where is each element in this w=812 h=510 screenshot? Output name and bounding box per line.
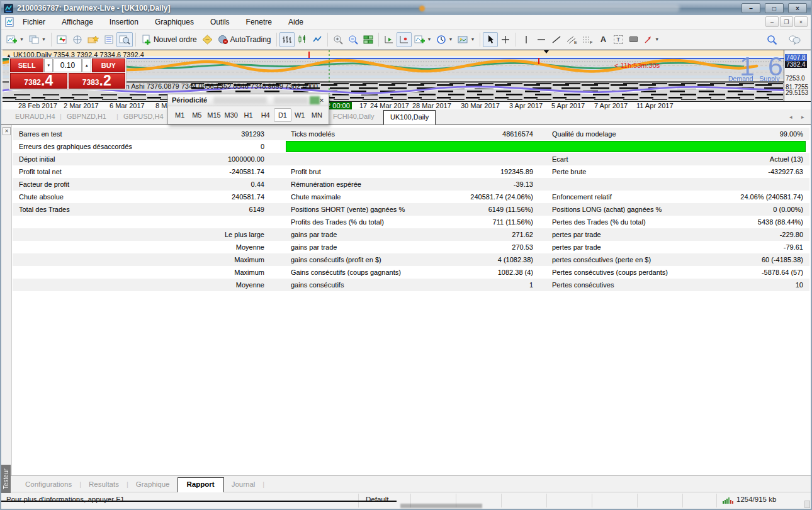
tester-tab-graphique[interactable]: Graphique: [128, 477, 178, 492]
report-value: 271.62: [327, 228, 533, 241]
menu-fichier[interactable]: Fichier: [14, 16, 54, 28]
buy-button[interactable]: BUY: [92, 58, 125, 72]
close-button[interactable]: ×: [788, 3, 807, 13]
chart-shift-button[interactable]: [381, 32, 397, 47]
sell-price[interactable]: 7382.4: [10, 73, 67, 89]
history-center-button[interactable]: [85, 32, 101, 47]
text-label-tool-button[interactable]: T: [611, 32, 626, 47]
shapes-tool-button[interactable]: [626, 32, 641, 47]
strategy-tester-button[interactable]: [116, 32, 133, 47]
menu-aide[interactable]: Aide: [280, 16, 312, 28]
redacted-watermark: [422, 4, 680, 12]
equidistant-channel-tool-button[interactable]: E: [564, 32, 580, 47]
vertical-line-tool-button[interactable]: [519, 32, 534, 47]
crosshair-tool-button[interactable]: [498, 32, 513, 47]
period-w1[interactable]: W1: [291, 108, 308, 122]
tester-tab-configurations[interactable]: Configurations: [18, 477, 79, 492]
sell-button[interactable]: SELL: [10, 58, 43, 72]
periods-button[interactable]: ▼: [434, 32, 455, 47]
navigator-button[interactable]: [70, 32, 85, 47]
periodicity-dialog[interactable]: Périodicité ✕ M1M5M15M30H1H4D1W1MN: [167, 94, 329, 125]
indicators-button[interactable]: ▼: [412, 32, 434, 47]
buy-price-int: 7383: [82, 79, 99, 87]
volume-input[interactable]: [54, 58, 82, 72]
child-restore-button[interactable]: ❐: [780, 16, 793, 27]
autotrading-button[interactable]: AutoTrading: [215, 32, 274, 47]
auto-scroll-button[interactable]: [397, 32, 412, 47]
menu-graphiques[interactable]: Graphiques: [147, 16, 202, 28]
chart-doc-icon[interactable]: [4, 17, 14, 27]
time-axis-label: 11 Apr 2017: [636, 102, 674, 109]
tile-windows-button[interactable]: [361, 32, 376, 47]
tabs-scroll-right-icon[interactable]: ▸: [801, 114, 804, 120]
resize-grip[interactable]: [804, 501, 810, 508]
child-minimize-button[interactable]: –: [765, 16, 779, 27]
period-h1[interactable]: H1: [240, 108, 257, 122]
text-label-box-icon: T: [614, 35, 623, 44]
toolbar-separator: [135, 33, 136, 47]
report-value: 1: [327, 279, 533, 291]
volume-down-button[interactable]: ▼: [44, 58, 53, 72]
tester-panel-close-icon[interactable]: ✕: [3, 127, 11, 135]
buy-price[interactable]: 7383.2: [69, 73, 126, 89]
trendline-tool-button[interactable]: [549, 32, 564, 47]
tester-report-panel: ✕ Barres en test391293Ticks modelés48616…: [1, 125, 811, 475]
metaeditor-button[interactable]: [200, 32, 215, 47]
zoom-in-button[interactable]: [330, 32, 346, 47]
report-value: 0 (0.00%): [595, 203, 803, 216]
period-m30[interactable]: M30: [223, 108, 240, 122]
candlestick-mode-button[interactable]: [295, 32, 310, 47]
periodicity-title-bar[interactable]: Périodicité ✕: [168, 94, 329, 106]
new-chart-button[interactable]: ▼: [4, 32, 26, 47]
period-m1[interactable]: M1: [171, 108, 188, 122]
redacted-watermark-dot: [419, 6, 425, 11]
period-d1[interactable]: D1: [274, 108, 291, 122]
search-button[interactable]: [764, 32, 780, 47]
maximize-button[interactable]: □: [765, 3, 784, 13]
horizontal-line-tool-button[interactable]: [534, 32, 549, 47]
report-label: Dépot initial: [19, 153, 55, 165]
menu-outils[interactable]: Outils: [202, 16, 238, 28]
fibonacci-tool-button[interactable]: F: [580, 32, 595, 47]
chart-tab-euraud-h4[interactable]: EURAUD,H4: [15, 113, 55, 120]
new-order-button[interactable]: Nouvel ordre: [138, 32, 200, 47]
chart-tab-uk100-daily[interactable]: UK100,Daily: [383, 110, 436, 125]
screenshot-edge-artifact: [1, 501, 397, 502]
minimize-button[interactable]: –: [742, 3, 760, 13]
menu-affichage[interactable]: Affichage: [54, 16, 101, 28]
price-scale[interactable]: 7407.8 7382.4 7253.0 81.7255 29.5153: [784, 50, 812, 101]
period-m5[interactable]: M5: [188, 108, 205, 122]
arrows-tool-button[interactable]: ▼: [641, 32, 662, 47]
profiles-button[interactable]: ▼: [26, 32, 48, 47]
tester-tab-journal[interactable]: Journal: [224, 477, 263, 492]
period-m15[interactable]: M15: [205, 108, 222, 122]
time-axis[interactable]: 28 Feb 20172 Mar 20176 Mar 20178 Mar 201…: [3, 101, 812, 109]
templates-button[interactable]: ▼: [455, 32, 477, 47]
testeur-panel-tab[interactable]: Testeur: [1, 465, 11, 493]
terminal-button[interactable]: [101, 32, 116, 47]
period-mn[interactable]: MN: [308, 108, 325, 122]
zoom-out-button[interactable]: [346, 32, 361, 47]
chart-window[interactable]: 1 6 Demand Supply ▲UK100,Daily 7354.3 73…: [3, 50, 812, 109]
report-row: Moyennegains consécutifs1Pertes consécut…: [13, 279, 809, 291]
line-chart-mode-button[interactable]: [310, 32, 325, 47]
child-close-button[interactable]: ×: [794, 16, 808, 27]
report-value: 1082.38 (4): [327, 266, 533, 279]
period-h4[interactable]: H4: [257, 108, 274, 122]
text-tool-button[interactable]: A: [595, 32, 611, 47]
chart-tab-fchi40-daily[interactable]: FCHI40,Daily: [333, 113, 374, 120]
chart-tab-gbpnzd-h1[interactable]: GBPNZD,H1: [67, 113, 106, 120]
market-watch-button[interactable]: [54, 32, 70, 47]
bar-chart-mode-button[interactable]: [279, 32, 295, 47]
cursor-tool-button[interactable]: [483, 32, 498, 47]
periodicity-close-icon[interactable]: ✕: [317, 96, 326, 104]
menu-insertion[interactable]: Insertion: [101, 16, 147, 28]
tester-tab-rapport[interactable]: Rapport: [178, 477, 224, 492]
tabs-scroll-left-icon[interactable]: ◂: [789, 114, 792, 120]
menu-fenetre[interactable]: Fenetre: [238, 16, 280, 28]
one-click-trading-panel: SELL ▼ ▲ BUY 7382.4 7383.2: [9, 57, 127, 90]
chat-button[interactable]: [786, 32, 803, 47]
tester-tab-resultats[interactable]: Resultats: [81, 477, 127, 492]
volume-up-button[interactable]: ▲: [82, 58, 91, 72]
chart-tab-gbpusd-h4[interactable]: GBPUSD,H4: [123, 113, 164, 120]
